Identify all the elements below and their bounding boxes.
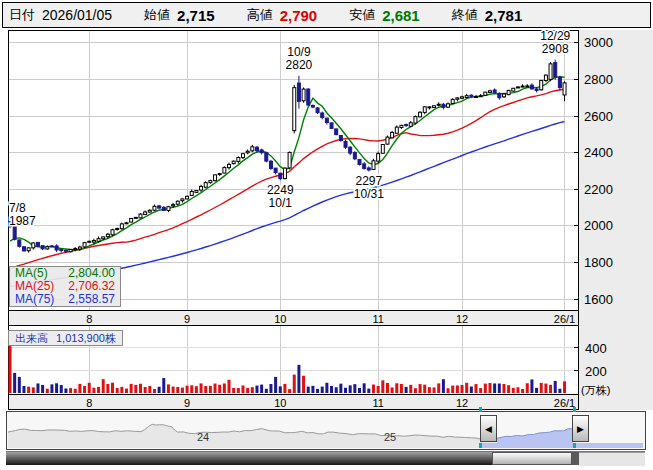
selection-boundary-tick: [573, 443, 576, 448]
price-tick-label: 2000: [584, 218, 613, 233]
header-field-value: 2,790: [280, 7, 318, 24]
high-label: 高値: [247, 6, 273, 24]
stock-chart-app: 日付 2026/01/05 始値 2,715 高値 2,790 安値 2,681…: [0, 0, 653, 470]
scrollbar-track-right[interactable]: [579, 452, 645, 466]
month-label: 8: [86, 397, 92, 409]
date-label: 日付: [9, 6, 35, 24]
close-label: 終値: [452, 6, 478, 24]
open-label: 始値: [144, 6, 170, 24]
horizontal-scrollbar[interactable]: [6, 451, 645, 465]
annotation-text: 10/9: [287, 45, 311, 59]
annotation-text: 2297: [355, 174, 382, 188]
month-label: 12: [456, 397, 468, 409]
left-arrow-icon: ◀: [485, 424, 492, 434]
annotation-text: 10/1: [269, 196, 293, 210]
ohlc-header: 日付 2026/01/05 始値 2,715 高値 2,790 安値 2,681…: [2, 2, 651, 28]
header-field-value: 2,681: [382, 7, 420, 24]
price-tick-label: 1800: [584, 255, 613, 270]
month-label: 26/1: [554, 313, 575, 325]
annotation-text: 7/8: [9, 201, 26, 215]
month-label: 11: [372, 397, 383, 409]
month-label: 8: [86, 313, 92, 325]
month-label: 10: [274, 397, 286, 409]
price-tick-label: 2400: [584, 145, 613, 160]
annotation-text: 12/29: [540, 29, 570, 43]
selection-range-strip[interactable]: [480, 443, 643, 448]
header-field-value: 2,781: [485, 7, 523, 24]
volume-axis-tick-400: 400: [585, 341, 607, 356]
range-scroll-right-button[interactable]: ▶: [572, 415, 589, 442]
right-arrow-icon: ▶: [577, 424, 584, 434]
scrollbar-thumb-edge: [572, 452, 579, 465]
overview-year-label-25: 25: [384, 431, 396, 443]
annotation-text: 2908: [542, 42, 569, 56]
ma75-label: MA(75): [15, 293, 54, 306]
price-tick-label: 2200: [584, 182, 613, 197]
volume-axis-tick-200: 200: [585, 364, 607, 379]
volume-label: 出来高: [15, 332, 48, 344]
annotation-text: 2820: [286, 58, 313, 72]
chart-canvas: 889910101111121226/126/13000280026002400…: [0, 0, 653, 470]
ma-legend: MA(5) 2,804.00 MA(25) 2,706.32 MA(75) 2,…: [9, 266, 121, 307]
volume-value: 1,013,900株: [56, 332, 116, 344]
price-tick-label: 1600: [584, 292, 613, 307]
month-label: 9: [184, 313, 190, 325]
low-label: 安値: [349, 6, 375, 24]
volume-label-box: 出来高1,013,900株: [8, 330, 123, 346]
volume-axis-unit: (万株): [581, 383, 610, 398]
month-label: 12: [456, 313, 468, 325]
price-tick-label: 2800: [584, 72, 613, 87]
header-field-value: 2,715: [177, 7, 215, 24]
price-tick-label: 3000: [584, 35, 613, 50]
range-scroll-left-button[interactable]: ◀: [480, 415, 497, 442]
ma75-value: 2,558.57: [68, 293, 115, 306]
annotation-text: 10/31: [354, 187, 384, 201]
selection-boundary-tick: [479, 407, 482, 412]
ma75-legend-row: MA(75) 2,558.57: [10, 293, 120, 306]
selection-boundary-tick: [573, 407, 576, 412]
scrollbar-thumb[interactable]: [492, 452, 572, 465]
overview-year-label-24: 24: [197, 431, 209, 443]
annotation-text: 1987: [9, 214, 36, 228]
month-label: 11: [372, 313, 383, 325]
month-label: 9: [184, 397, 190, 409]
month-label: 10: [274, 313, 286, 325]
date-value: 2026/01/05: [42, 7, 112, 23]
price-tick-label: 2600: [584, 109, 613, 124]
annotation-text: 2249: [267, 183, 294, 197]
selection-boundary-tick: [479, 443, 482, 448]
